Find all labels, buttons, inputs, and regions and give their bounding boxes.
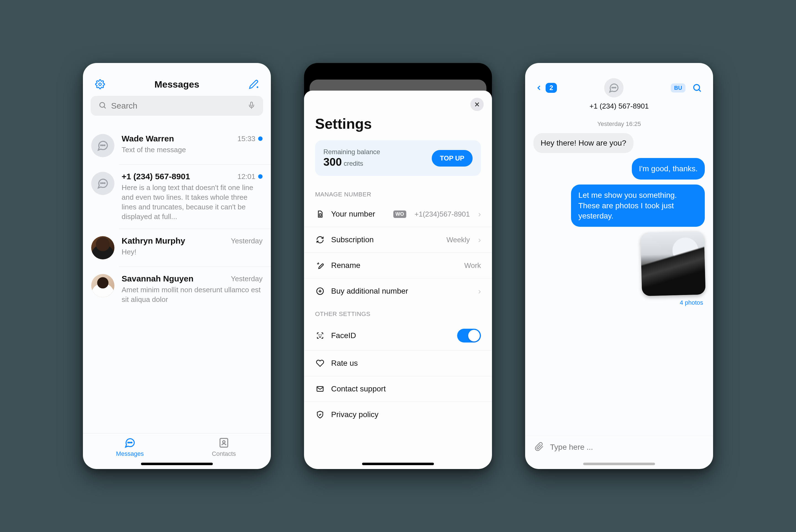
conversation-row[interactable]: Kathryn Murphy Yesterday Hey!	[83, 229, 271, 267]
number-badge: WO	[393, 210, 406, 218]
conversation-preview: Hey!	[122, 247, 263, 257]
conversation-time: 15:33	[237, 134, 255, 143]
faceid-icon	[315, 331, 325, 341]
search-icon	[98, 101, 107, 111]
conversation-time: Yesterday	[231, 274, 263, 283]
chat-phone-number: +1 (234) 567-8901	[525, 100, 713, 117]
chevron-right-icon: ›	[478, 235, 481, 244]
faceid-toggle[interactable]	[457, 329, 481, 343]
chat-header: 2 BU	[525, 63, 713, 100]
cell-subscription[interactable]: Subscription Weekly ›	[304, 227, 492, 253]
cell-label: Subscription	[331, 235, 440, 244]
tab-label: Messages	[116, 450, 144, 457]
mail-icon	[315, 384, 325, 394]
conversation-time: 12:01	[237, 172, 255, 181]
conversation-name: Kathryn Murphy	[122, 236, 185, 246]
message-incoming[interactable]: Hey there! How are you?	[533, 133, 633, 153]
settings-title: Settings	[304, 91, 492, 140]
conversation-preview: Text of the message	[122, 145, 263, 155]
balance-card: Remaining balance 300 credits TOP UP	[315, 140, 481, 176]
svg-point-28	[615, 87, 616, 88]
conversation-name: Savannah Nguyen	[122, 274, 193, 283]
attach-icon[interactable]	[535, 442, 544, 453]
tab-messages[interactable]: Messages	[83, 433, 177, 461]
chat-avatar-icon[interactable]	[604, 78, 624, 97]
unread-dot-icon	[258, 174, 263, 179]
svg-point-10	[103, 183, 104, 184]
search-icon[interactable]	[691, 82, 703, 94]
mic-icon[interactable]	[248, 101, 255, 110]
svg-point-3	[100, 102, 105, 108]
cell-label: Your number	[331, 210, 387, 218]
svg-rect-19	[319, 214, 321, 216]
message-outgoing[interactable]: I'm good, thanks.	[632, 158, 705, 179]
screen-messages-list: Messages Wade Warren 15:33	[83, 63, 271, 469]
cell-faceid: FaceID	[304, 321, 492, 350]
svg-line-4	[104, 107, 106, 109]
avatar	[91, 236, 114, 259]
cell-rename[interactable]: Rename Work	[304, 253, 492, 279]
svg-point-29	[694, 84, 700, 90]
balance-amount: 300	[323, 156, 342, 168]
chat-timestamp: Yesterday 16:25	[525, 117, 713, 133]
pen-icon	[315, 261, 325, 270]
plus-circle-icon	[315, 286, 325, 296]
home-indicator	[362, 463, 434, 465]
message-input[interactable]	[550, 443, 704, 452]
conversation-time: Yesterday	[231, 237, 263, 245]
topbar: Messages	[83, 63, 271, 96]
screen-chat: 2 BU +1 (234) 567-8901 Yesterday 16:25 H…	[525, 63, 713, 469]
label-pill[interactable]: BU	[671, 83, 685, 93]
svg-point-11	[104, 183, 105, 184]
conversation-row[interactable]: +1 (234) 567-8901 12:01 Here is a long t…	[83, 165, 271, 229]
balance-unit: credits	[342, 160, 363, 167]
search-field[interactable]	[91, 96, 263, 116]
section-manage-number: MANAGE NUMBER	[304, 184, 492, 201]
close-button[interactable]	[470, 98, 484, 111]
compose-icon[interactable]	[248, 78, 260, 90]
section-other-settings: OTHER SETTINGS	[304, 304, 492, 321]
svg-point-0	[99, 83, 101, 86]
cell-your-number[interactable]: Your number WO +1(234)567-8901 ›	[304, 201, 492, 227]
photo-attachment[interactable]	[641, 231, 706, 296]
search-input[interactable]	[111, 101, 243, 111]
conversation-name: +1 (234) 567-8901	[122, 172, 190, 181]
svg-point-24	[321, 335, 321, 335]
svg-point-14	[131, 442, 132, 443]
chevron-right-icon: ›	[478, 286, 481, 296]
svg-point-7	[103, 145, 104, 146]
cell-value: Weekly	[446, 235, 470, 244]
svg-line-30	[699, 90, 701, 92]
cell-rate-us[interactable]: Rate us	[304, 350, 492, 376]
cell-privacy[interactable]: Privacy policy	[304, 402, 492, 427]
avatar-placeholder-icon	[91, 172, 114, 195]
conversation-row[interactable]: Savannah Nguyen Yesterday Amet minim mol…	[83, 267, 271, 311]
topup-button[interactable]: TOP UP	[432, 150, 473, 167]
tab-contacts[interactable]: Contacts	[177, 433, 271, 461]
message-outgoing[interactable]: Let me show you something. These are pho…	[571, 185, 705, 227]
svg-point-6	[100, 145, 101, 146]
back-count-badge: 2	[545, 83, 557, 93]
svg-point-26	[612, 87, 613, 88]
unread-dot-icon	[258, 136, 263, 141]
cell-buy-number[interactable]: Buy additional number ›	[304, 279, 492, 304]
svg-point-9	[100, 183, 101, 184]
cell-contact-support[interactable]: Contact support	[304, 376, 492, 402]
messages-container[interactable]: Hey there! How are you? I'm good, thanks…	[525, 133, 713, 436]
conversation-row[interactable]: Wade Warren 15:33 Text of the message	[83, 127, 271, 164]
cell-value: Work	[464, 261, 481, 270]
conversation-preview: Amet minim mollit non deserunt ullamco e…	[122, 285, 263, 304]
screen-settings: Settings Remaining balance 300 credits T…	[304, 63, 492, 469]
cell-label: Rename	[331, 261, 458, 270]
page-title: Messages	[154, 79, 200, 90]
svg-point-13	[130, 442, 130, 443]
chevron-right-icon: ›	[478, 209, 481, 219]
settings-sheet: Settings Remaining balance 300 credits T…	[304, 91, 492, 469]
cell-label: Contact support	[331, 384, 481, 393]
home-indicator	[141, 463, 213, 465]
settings-icon[interactable]	[94, 78, 106, 90]
back-button[interactable]: 2	[535, 83, 557, 93]
photo-count-link[interactable]: 4 photos	[680, 299, 705, 306]
avatar-placeholder-icon	[91, 134, 114, 157]
cell-value: +1(234)567-8901	[414, 210, 470, 218]
